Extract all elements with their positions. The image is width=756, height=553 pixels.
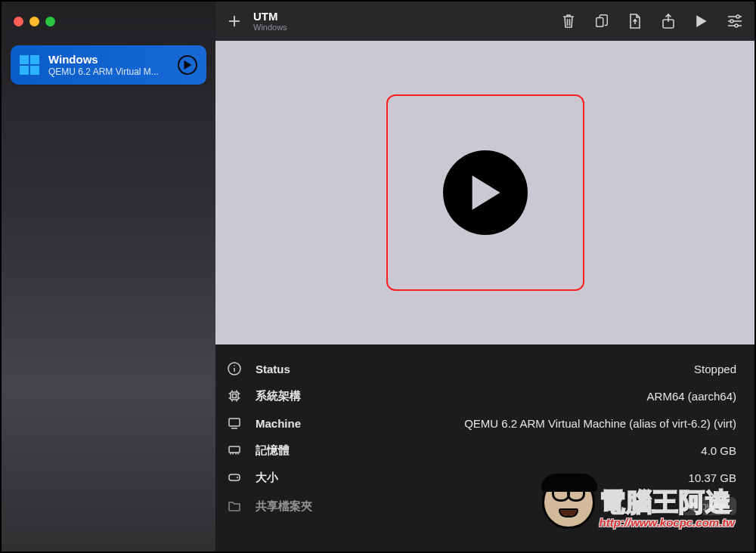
svg-point-33: [237, 477, 238, 478]
detail-row-machine: Machine QEMU 6.2 ARM Virtual Machine (al…: [215, 409, 754, 437]
svg-point-9: [730, 20, 733, 23]
display-icon: [227, 416, 242, 431]
svg-rect-25: [229, 419, 240, 426]
memory-label: 記憶體: [256, 443, 324, 458]
status-label: Status: [256, 363, 324, 375]
fullscreen-window-button[interactable]: [45, 17, 55, 26]
close-window-button[interactable]: [14, 17, 23, 26]
folder-icon: [227, 499, 242, 514]
shared-label: 共享檔案夾: [256, 499, 324, 514]
clone-icon[interactable]: [594, 14, 609, 29]
vm-name: Windows: [48, 53, 172, 66]
machine-label: Machine: [256, 417, 324, 430]
arch-value: ARM64 (aarch64): [647, 390, 736, 403]
detail-row-shared: 共享檔案夾 Browse: [215, 491, 754, 521]
memory-value: 4.0 GB: [701, 444, 736, 457]
play-icon[interactable]: [694, 14, 709, 29]
delete-icon[interactable]: [561, 14, 576, 29]
cpu-icon: [227, 388, 242, 403]
arch-label: 系統架構: [256, 389, 324, 403]
svg-rect-27: [229, 446, 240, 453]
app-subtitle: Windows: [253, 23, 561, 32]
app-title: UTM: [253, 11, 561, 23]
size-label: 大小: [256, 471, 324, 485]
vm-details: Status Stopped 系統架構 ARM64 (aarch64) Mach…: [215, 344, 754, 551]
minimize-window-button[interactable]: [29, 17, 39, 26]
info-icon: [227, 361, 242, 376]
vm-list-item-windows[interactable]: Windows QEMU 6.2 ARM Virtual M...: [11, 45, 206, 85]
svg-point-14: [234, 365, 235, 366]
window-controls: [2, 2, 215, 41]
add-vm-button[interactable]: [228, 14, 241, 28]
share-icon[interactable]: [661, 14, 676, 29]
toolbar-title-block: UTM Windows: [253, 11, 561, 32]
sidebar: Windows QEMU 6.2 ARM Virtual M...: [2, 2, 215, 551]
vm-preview-area: [215, 41, 754, 344]
memory-icon: [227, 443, 242, 458]
windows-logo-icon: [20, 55, 39, 75]
detail-row-memory: 記憶體 4.0 GB: [215, 437, 754, 464]
browse-button[interactable]: Browse: [680, 497, 736, 515]
start-vm-button[interactable]: [443, 150, 528, 235]
export-file-icon[interactable]: [627, 14, 643, 29]
vm-subtitle: QEMU 6.2 ARM Virtual M...: [48, 66, 172, 77]
svg-point-7: [736, 15, 739, 18]
detail-row-status: Status Stopped: [215, 355, 754, 382]
main-panel: UTM Windows: [215, 2, 754, 551]
size-value: 10.37 GB: [689, 471, 736, 484]
svg-rect-15: [231, 392, 238, 400]
machine-value: QEMU 6.2 ARM Virtual Machine (alias of v…: [464, 417, 736, 430]
settings-sliders-icon[interactable]: [727, 14, 742, 29]
detail-row-size: 大小 10.37 GB: [215, 464, 754, 491]
svg-point-11: [735, 24, 738, 27]
detail-row-arch: 系統架構 ARM64 (aarch64): [215, 382, 754, 409]
svg-rect-4: [596, 17, 603, 26]
status-value: Stopped: [694, 363, 736, 375]
svg-rect-16: [233, 394, 237, 398]
vm-play-indicator-icon[interactable]: [178, 55, 197, 75]
disk-icon: [227, 470, 242, 485]
toolbar: UTM Windows: [215, 2, 754, 41]
